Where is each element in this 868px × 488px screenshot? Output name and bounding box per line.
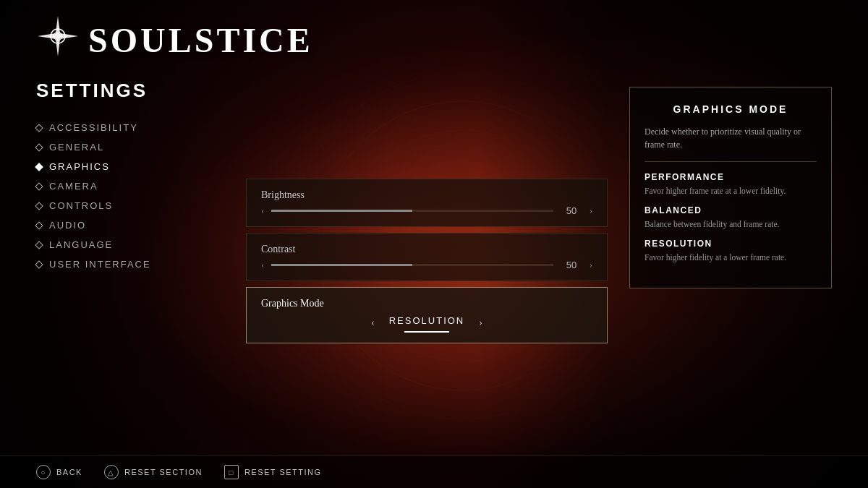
slider-right-arrow[interactable]: › bbox=[590, 260, 592, 270]
info-option-desc: Favor higher frame rate at a lower fidel… bbox=[644, 185, 817, 197]
main-layout: SETTINGS ACCESSIBILITY GENERAL GRAPHICS … bbox=[0, 72, 868, 455]
diamond-icon bbox=[35, 241, 43, 249]
diamond-icon bbox=[35, 163, 43, 171]
selector-value-wrap: RESOLUTION bbox=[389, 314, 465, 333]
bottom-action-reset-setting[interactable]: □ RESET SETTING bbox=[224, 465, 322, 479]
bottom-actions: ○ BACK △ RESET SECTION □ RESET SETTING bbox=[36, 465, 322, 479]
nav-item-label: AUDIO bbox=[49, 220, 86, 231]
nav-item-label: ACCESSIBILITY bbox=[49, 122, 138, 133]
selector-right-arrow[interactable]: › bbox=[479, 317, 482, 329]
diamond-icon bbox=[35, 143, 43, 151]
slider-track bbox=[271, 210, 553, 212]
sidebar-item-general[interactable]: GENERAL bbox=[36, 137, 224, 157]
setting-row-graphics-mode[interactable]: Graphics Mode‹RESOLUTION› bbox=[246, 287, 608, 343]
selector-control: ‹RESOLUTION› bbox=[261, 314, 592, 333]
slider-control: ‹ 50 › bbox=[261, 260, 592, 270]
slider-left-arrow[interactable]: ‹ bbox=[261, 260, 264, 270]
setting-row-contrast[interactable]: Contrast ‹ 50 › bbox=[246, 233, 608, 281]
btn-icon-square: □ bbox=[224, 465, 239, 479]
diamond-icon bbox=[35, 202, 43, 210]
info-panel-description: Decide whether to prioritize visual qual… bbox=[644, 125, 817, 151]
bottom-action-reset-section[interactable]: △ RESET SECTION bbox=[104, 465, 203, 479]
info-options: PERFORMANCE Favor higher frame rate at a… bbox=[644, 172, 817, 272]
bottom-bar: ○ BACK △ RESET SECTION □ RESET SETTING bbox=[0, 455, 868, 488]
nav-item-label: GRAPHICS bbox=[49, 161, 110, 172]
info-option-desc: Favor higher fidelity at a lower frame r… bbox=[644, 252, 817, 263]
info-panel: GRAPHICS MODE Decide whether to prioriti… bbox=[629, 87, 832, 288]
selector-underline bbox=[404, 331, 450, 333]
info-option-title: RESOLUTION bbox=[644, 239, 817, 249]
nav-items: ACCESSIBILITY GENERAL GRAPHICS CAMERA CO… bbox=[36, 118, 224, 274]
diamond-icon bbox=[35, 260, 43, 268]
info-option-resolution: RESOLUTION Favor higher fidelity at a lo… bbox=[644, 239, 817, 263]
selector-left-arrow[interactable]: ‹ bbox=[371, 317, 375, 329]
nav-item-label: USER INTERFACE bbox=[49, 259, 151, 270]
info-option-balanced: BALANCED Balance between fidelity and fr… bbox=[644, 205, 817, 230]
logo-area: SOULSTICE bbox=[36, 14, 313, 65]
settings-rows: Brightness ‹ 50 › Contrast ‹ 50 › Graphi… bbox=[246, 179, 608, 349]
slider-value: 50 bbox=[561, 205, 582, 216]
btn-icon-circle: ○ bbox=[36, 465, 51, 479]
diamond-icon bbox=[35, 124, 43, 132]
info-option-desc: Balance between fidelity and frame rate. bbox=[644, 218, 817, 230]
logo-icon bbox=[36, 14, 80, 65]
slider-left-arrow[interactable]: ‹ bbox=[261, 205, 264, 216]
info-option-title: BALANCED bbox=[644, 205, 817, 215]
diamond-icon bbox=[35, 221, 43, 229]
btn-icon-triangle: △ bbox=[104, 465, 119, 479]
slider-value: 50 bbox=[561, 260, 582, 270]
slider-track bbox=[271, 264, 553, 266]
bottom-action-label: RESET SECTION bbox=[124, 468, 203, 476]
sidebar-item-camera[interactable]: CAMERA bbox=[36, 176, 224, 196]
info-option-performance: PERFORMANCE Favor higher frame rate at a… bbox=[644, 172, 817, 197]
setting-label: Graphics Mode bbox=[261, 298, 592, 309]
slider-fill bbox=[271, 264, 412, 266]
nav-item-label: GENERAL bbox=[49, 142, 104, 153]
sidebar: SETTINGS ACCESSIBILITY GENERAL GRAPHICS … bbox=[36, 72, 224, 455]
nav-item-label: CONTROLS bbox=[49, 200, 113, 211]
slider-fill bbox=[271, 210, 412, 212]
nav-item-label: LANGUAGE bbox=[49, 239, 113, 250]
info-divider bbox=[644, 161, 817, 162]
sidebar-item-audio[interactable]: AUDIO bbox=[36, 215, 224, 235]
sidebar-item-graphics[interactable]: GRAPHICS bbox=[36, 157, 224, 176]
sidebar-item-accessibility[interactable]: ACCESSIBILITY bbox=[36, 118, 224, 137]
setting-row-brightness[interactable]: Brightness ‹ 50 › bbox=[246, 179, 608, 227]
logo-text: SOULSTICE bbox=[88, 20, 313, 60]
slider-right-arrow[interactable]: › bbox=[590, 205, 592, 216]
sidebar-item-user-interface[interactable]: USER INTERFACE bbox=[36, 254, 224, 274]
info-panel-title: GRAPHICS MODE bbox=[644, 103, 817, 115]
center-panel: Brightness ‹ 50 › Contrast ‹ 50 › Graphi… bbox=[224, 72, 629, 455]
selector-value: RESOLUTION bbox=[389, 315, 465, 326]
bottom-action-label: RESET SETTING bbox=[244, 468, 322, 476]
settings-title: SETTINGS bbox=[36, 80, 224, 102]
slider-control: ‹ 50 › bbox=[261, 205, 592, 216]
nav-item-label: CAMERA bbox=[49, 181, 98, 192]
bottom-action-label: BACK bbox=[56, 468, 82, 476]
content-wrapper: SOULSTICE SETTINGS ACCESSIBILITY GENERAL… bbox=[0, 0, 868, 488]
bottom-action-back[interactable]: ○ BACK bbox=[36, 465, 82, 479]
setting-label: Brightness bbox=[261, 189, 592, 201]
setting-label: Contrast bbox=[261, 244, 592, 255]
sidebar-item-language[interactable]: LANGUAGE bbox=[36, 235, 224, 254]
info-option-title: PERFORMANCE bbox=[644, 172, 817, 182]
diamond-icon bbox=[35, 182, 43, 190]
header: SOULSTICE bbox=[0, 0, 868, 72]
sidebar-item-controls[interactable]: CONTROLS bbox=[36, 196, 224, 215]
